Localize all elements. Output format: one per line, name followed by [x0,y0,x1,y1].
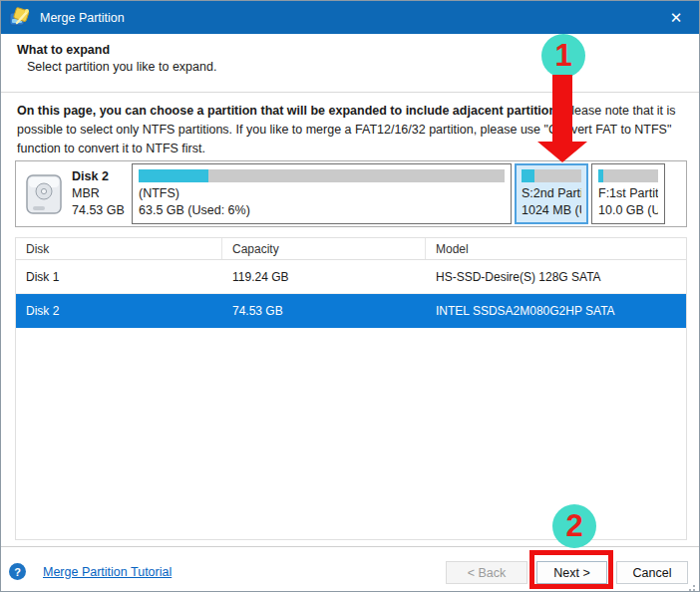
cell-capacity: 119.24 GB [222,270,426,284]
annotation-arrow-shaft [552,75,572,143]
partition-size: 63.5 GB (Used: 6%) [139,202,505,219]
column-header-capacity[interactable]: Capacity [222,238,426,259]
partition-f[interactable]: F:1st Partition 10.0 GB (Used [591,163,665,224]
partition-label: (NTFS) [139,185,505,202]
disk-table: Disk Capacity Model Disk 1 119.24 GB HS-… [15,237,687,540]
page-title: What to expand [17,43,699,57]
disk-size: 74.53 GB [72,202,125,219]
partition-label: S:2nd Partitio [522,185,581,202]
table-row-disk2-selected[interactable]: Disk 2 74.53 GB INTEL SSDSA2M080G2HP SAT… [16,294,686,328]
annotation-step1-badge: 1 [541,34,585,78]
table-header: Disk Capacity Model [16,238,686,260]
usage-bar [139,169,505,182]
column-header-disk[interactable]: Disk [16,238,222,259]
hard-drive-icon [25,173,63,215]
disk-info: Disk 2 MBR 74.53 GB [16,161,132,226]
usage-bar [522,169,581,182]
partition-size: 10.0 GB (Used [598,202,658,219]
cell-capacity: 74.53 GB [222,304,426,318]
cell-model: INTEL SSDSA2M080G2HP SATA [426,304,686,318]
description-bold: On this page, you can choose a partition… [17,104,560,118]
cancel-button[interactable]: Cancel [616,561,688,584]
table-row-disk1[interactable]: Disk 1 119.24 GB HS-SSD-Desire(S) 128G S… [16,260,686,294]
annotation-arrow-head-icon [537,142,587,162]
app-icon [9,7,31,29]
usage-bar [598,169,658,182]
merge-partition-dialog: Merge Partition ✕ What to expand Select … [0,0,700,592]
footer-divider [1,546,699,547]
disk-layout-panel: Disk 2 MBR 74.53 GB (NTFS) 63.5 GB (Used… [15,160,687,227]
partition-s-selected[interactable]: S:2nd Partitio 1024 MB (Use [515,163,588,224]
cell-disk: Disk 1 [16,270,222,284]
page-subtitle: Select partition you like to expand. [17,60,699,74]
partition-size: 1024 MB (Use [522,202,581,219]
close-icon[interactable]: ✕ [659,1,693,34]
help-icon[interactable]: ? [9,563,26,580]
partition-ntfs[interactable]: (NTFS) 63.5 GB (Used: 6%) [132,163,512,224]
wizard-header: What to expand Select partition you like… [1,34,699,93]
disk-type: MBR [72,185,125,202]
title-bar: Merge Partition ✕ [1,1,699,34]
tutorial-link[interactable]: Merge Partition Tutorial [43,565,172,579]
resize-grip-icon[interactable] [693,585,695,587]
window-title: Merge Partition [40,11,125,25]
annotation-step2-badge: 2 [552,504,596,548]
annotation-next-highlight [529,550,613,589]
back-button: < Back [446,561,527,584]
column-header-model[interactable]: Model [426,238,686,259]
disk-name: Disk 2 [72,168,125,185]
cell-disk: Disk 2 [16,304,222,318]
partition-label: F:1st Partition [598,185,658,202]
partition-strip: (NTFS) 63.5 GB (Used: 6%) S:2nd Partitio… [132,161,665,226]
cell-model: HS-SSD-Desire(S) 128G SATA [426,270,686,284]
